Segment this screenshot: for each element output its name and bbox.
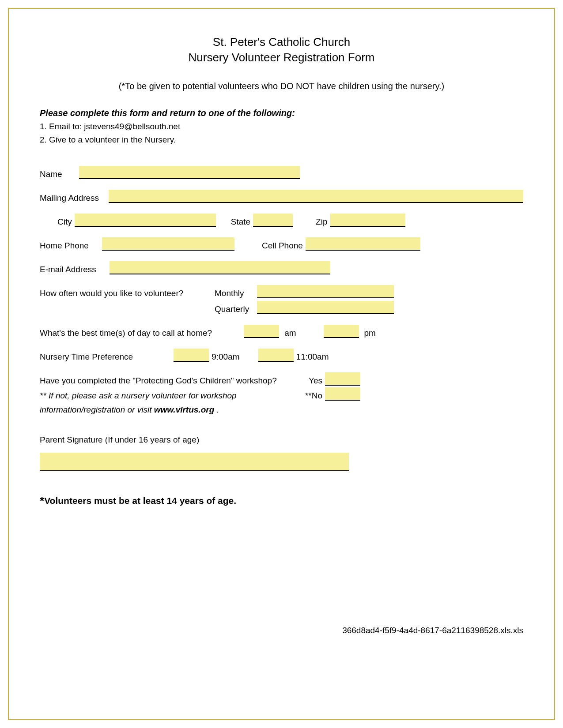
label-workshop: Have you completed the "Protecting God's… (40, 376, 300, 386)
label-nursery-pref: Nursery Time Preference (40, 352, 133, 362)
header-line-2: Nursery Volunteer Registration Form (40, 50, 523, 65)
instruction-item-2: 2. Give to a volunteer in the Nursery. (40, 135, 523, 145)
row-nursery-pref: Nursery Time Preference 9:00am 11:00am (40, 349, 523, 362)
workshop-note-line-2: information/registration or visit www.vi… (40, 405, 219, 415)
input-cell-phone[interactable] (306, 237, 420, 251)
input-yes[interactable] (325, 372, 360, 386)
input-1100am[interactable] (258, 349, 294, 362)
form-area: Name Mailing Address City State Zip Home… (40, 166, 523, 508)
label-name: Name (40, 169, 62, 179)
no-prefix: ** (305, 391, 312, 400)
asterisk-icon: * (40, 494, 44, 507)
input-zip[interactable] (330, 214, 405, 227)
label-am: am (284, 328, 296, 338)
label-city: City (57, 217, 72, 227)
row-mailing-address: Mailing Address (40, 190, 523, 203)
label-parent-signature: Parent Signature (If under 16 years of a… (40, 435, 523, 445)
label-zip: Zip (316, 217, 327, 227)
header-line-1: St. Peter's Catholic Church (40, 34, 523, 50)
label-no: No (312, 391, 322, 400)
label-yes: Yes (303, 376, 322, 386)
label-mailing-address: Mailing Address (40, 193, 99, 203)
input-city[interactable] (75, 214, 216, 227)
row-email: E-mail Address (40, 261, 523, 274)
row-city-state-zip: City State Zip (40, 214, 523, 227)
frequency-block: How often would you like to volunteer? M… (40, 285, 523, 314)
document-id: 366d8ad4-f5f9-4a4d-8617-6a2116398528.xls… (342, 626, 523, 635)
signature-block: Parent Signature (If under 16 years of a… (40, 435, 523, 471)
input-name[interactable] (79, 166, 300, 179)
input-home-phone[interactable] (102, 237, 234, 251)
label-1100am: 11:00am (296, 352, 329, 362)
workshop-note-line-1: ** If not, please ask a nursery voluntee… (40, 391, 300, 401)
note2-a: information/registration or visit (40, 405, 154, 414)
label-pm: pm (364, 328, 376, 338)
input-parent-signature[interactable] (40, 453, 349, 471)
label-state: State (231, 217, 250, 227)
instruction-item-1: 1. Email to: jstevens49@bellsouth.net (40, 122, 523, 131)
input-no[interactable] (325, 387, 360, 401)
row-phones: Home Phone Cell Phone (40, 237, 523, 251)
input-quarterly[interactable] (257, 301, 394, 314)
label-frequency: How often would you like to volunteer? (40, 289, 212, 298)
virtus-link: www.virtus.org (154, 405, 215, 414)
input-pm[interactable] (324, 325, 359, 338)
label-900am: 9:00am (212, 352, 239, 362)
input-email[interactable] (110, 261, 330, 274)
workshop-block: Have you completed the "Protecting God's… (40, 372, 523, 415)
input-state[interactable] (253, 214, 293, 227)
input-mailing-address[interactable] (109, 190, 523, 203)
input-900am[interactable] (174, 349, 209, 362)
input-am[interactable] (244, 325, 279, 338)
input-monthly[interactable] (257, 285, 394, 298)
form-header: St. Peter's Catholic Church Nursery Volu… (40, 34, 523, 65)
note2-c: . (214, 405, 219, 414)
label-quarterly: Quarterly (215, 304, 254, 314)
row-name: Name (40, 166, 523, 179)
label-monthly: Monthly (215, 289, 254, 298)
instructions-heading: Please complete this form and return to … (40, 108, 523, 118)
row-best-time: What's the best time(s) of day to call a… (40, 325, 523, 338)
label-best-time: What's the best time(s) of day to call a… (40, 328, 212, 338)
label-no-wrapper: **No (303, 391, 322, 401)
label-cell-phone: Cell Phone (262, 241, 303, 251)
label-email: E-mail Address (40, 265, 96, 274)
label-home-phone: Home Phone (40, 241, 89, 251)
age-note-text: Volunteers must be at least 14 years of … (44, 495, 236, 506)
eligibility-note: (*To be given to potential volunteers wh… (40, 81, 523, 91)
page-frame: St. Peter's Catholic Church Nursery Volu… (8, 8, 555, 720)
age-requirement-note: *Volunteers must be at least 14 years of… (40, 494, 523, 508)
